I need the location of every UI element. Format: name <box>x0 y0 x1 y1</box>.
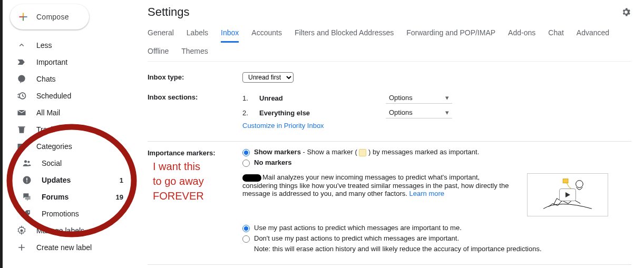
dont-use-note: Note: this will erase action history and… <box>254 245 631 253</box>
sidebar-category-promotions[interactable]: Promotions <box>5 205 135 222</box>
sidebar-category-forums[interactable]: Forums 19 <box>5 188 135 205</box>
customize-priority-link[interactable]: Customize in Priority Inbox <box>242 122 631 130</box>
svg-point-0 <box>18 75 25 82</box>
page-title: Settings <box>148 5 190 19</box>
svg-point-8 <box>21 230 23 232</box>
less-label: Less <box>36 41 126 49</box>
caret-down-icon: ▾ <box>445 108 449 116</box>
analyze-description: Mail analyzes your new incoming messages… <box>242 173 516 197</box>
tab-inbox[interactable]: Inbox <box>221 24 239 43</box>
svg-point-9 <box>576 181 583 188</box>
tab-addons[interactable]: Add-ons <box>508 24 535 43</box>
tab-offline[interactable]: Offline <box>148 43 169 61</box>
main-panel: Settings General Labels Inbox Accounts F… <box>135 0 644 268</box>
forums-count: 19 <box>116 193 123 201</box>
caret-down-icon: ▾ <box>445 94 449 102</box>
svg-rect-6 <box>26 182 27 183</box>
sidebar-item-chats[interactable]: Chats <box>5 71 135 87</box>
show-markers-label: Show markers - Show a marker ( ) by mess… <box>254 148 479 156</box>
chats-icon <box>16 74 27 84</box>
dont-use-past-radio[interactable] <box>242 235 250 243</box>
use-past-radio[interactable] <box>242 225 250 232</box>
inbox-sections-label: Inbox sections: <box>148 92 242 101</box>
tab-labels[interactable]: Labels <box>187 24 208 43</box>
sidebar-category-updates[interactable]: Updates 1 <box>5 172 135 188</box>
tab-general[interactable]: General <box>148 24 174 43</box>
importance-markers-label: Importance markers: <box>148 148 242 157</box>
redacted-logo <box>242 174 261 182</box>
tab-forwarding[interactable]: Forwarding and POP/IMAP <box>406 24 495 43</box>
updates-count: 1 <box>120 176 123 184</box>
promotions-icon <box>22 209 32 219</box>
tab-accounts[interactable]: Accounts <box>251 24 282 43</box>
dont-use-past-label: Don't use my past actions to predict whi… <box>254 234 459 242</box>
updates-icon <box>22 175 32 185</box>
use-past-label: Use my past actions to predict which mes… <box>254 224 462 232</box>
plus-icon <box>17 11 29 23</box>
section-everything-row: 2. Everything else Options ▾ <box>242 107 631 118</box>
show-markers-radio[interactable] <box>242 149 250 156</box>
section-everything-options[interactable]: Options ▾ <box>386 107 452 118</box>
inbox-type-select[interactable]: Unread first <box>242 72 294 83</box>
forums-icon <box>22 192 32 202</box>
svg-point-7 <box>28 211 30 213</box>
tab-advanced[interactable]: Advanced <box>577 24 609 43</box>
plus-outline-icon <box>16 242 27 253</box>
play-icon <box>559 188 576 201</box>
sidebar-category-social[interactable]: Social <box>5 155 135 172</box>
social-icon <box>22 158 32 168</box>
tab-chat[interactable]: Chat <box>548 24 564 43</box>
sidebar-item-allmail[interactable]: All Mail <box>5 104 135 121</box>
no-markers-label: No markers <box>254 158 292 166</box>
svg-rect-10 <box>563 179 568 183</box>
tab-themes[interactable]: Themes <box>181 43 208 61</box>
gear-icon <box>16 225 27 236</box>
settings-tabs: General Labels Inbox Accounts Filters an… <box>148 24 631 62</box>
sidebar-item-categories[interactable]: Categories <box>5 138 135 155</box>
sidebar-item-trash[interactable]: Trash <box>5 121 135 138</box>
no-markers-radio[interactable] <box>242 160 250 167</box>
settings-gear-icon[interactable] <box>621 7 631 17</box>
chevron-up-icon <box>16 40 27 51</box>
categories-icon <box>16 141 27 152</box>
manage-labels[interactable]: Manage labels <box>5 222 135 239</box>
sidebar-item-important[interactable]: Important <box>5 54 135 71</box>
inbox-type-label: Inbox type: <box>148 72 242 81</box>
section-unread-options[interactable]: Options ▾ <box>386 92 452 104</box>
trash-icon <box>16 124 27 135</box>
tab-filters[interactable]: Filters and Blocked Addresses <box>295 24 394 43</box>
scheduled-icon <box>16 91 27 101</box>
mail-icon <box>16 107 27 118</box>
learn-more-link[interactable]: Learn more <box>409 190 444 197</box>
section-unread-row: 1. Unread Options ▾ <box>242 92 631 104</box>
create-new-label[interactable]: Create new label <box>5 239 135 256</box>
compose-button[interactable]: Compose <box>10 4 89 29</box>
sidebar: Compose Less Important Chats Scheduled A… <box>0 0 135 268</box>
svg-point-2 <box>24 160 27 163</box>
sidebar-item-scheduled[interactable]: Scheduled <box>5 87 135 104</box>
importance-video-thumbnail[interactable] <box>527 173 608 216</box>
svg-point-3 <box>27 161 30 163</box>
important-icon <box>16 57 27 67</box>
svg-rect-5 <box>26 178 27 181</box>
importance-marker-icon <box>359 149 366 156</box>
compose-label: Compose <box>36 13 69 21</box>
less-toggle[interactable]: Less <box>5 37 135 54</box>
